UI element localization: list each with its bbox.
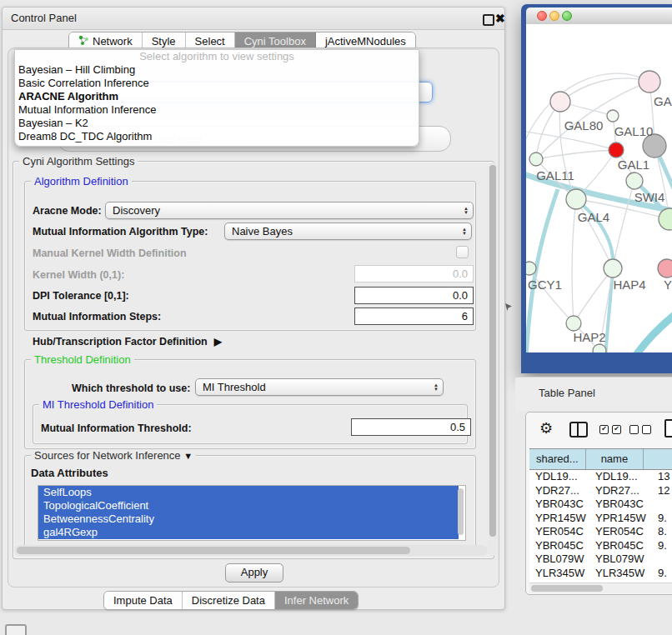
mi-steps-field[interactable]: 6 [354, 308, 474, 325]
algorithm-popup-header: Select algorithm to view settings [15, 50, 419, 63]
table-row[interactable]: YBR045CYBR045C9. [529, 539, 672, 553]
tab-impute-data[interactable]: Impute Data [104, 592, 183, 609]
close-icon[interactable]: ✖ [495, 10, 505, 27]
table-column-header[interactable]: shared... [529, 449, 586, 469]
table-row[interactable]: YLR345WYLR345W9. [529, 567, 672, 581]
node-label: HAP4 [613, 278, 645, 292]
table-row[interactable]: YER054CYER054C8. [529, 525, 672, 539]
attribute-item[interactable]: TopologicalCoefficient [38, 499, 459, 512]
hub-section-label: Hub/Transcription Factor Definition [33, 336, 208, 348]
table-row[interactable]: YDL19...YDL19...13 [529, 470, 672, 484]
expand-right-icon[interactable]: ▶ [214, 336, 222, 348]
node-label: GAL4 [578, 210, 609, 224]
node-label: GAL1 [618, 158, 649, 172]
mi-threshold-field[interactable]: 0.5 [351, 418, 471, 436]
tab-discretize-data[interactable]: Discretize Data [183, 592, 275, 609]
network-node[interactable] [639, 71, 660, 92]
network-node[interactable] [607, 110, 619, 122]
tab-label: Impute Data [113, 594, 173, 607]
settings-horizontal-scrollbar-thumb[interactable] [17, 547, 410, 554]
attribute-item[interactable]: BetweennessCentrality [38, 512, 459, 526]
apply-button[interactable]: Apply [225, 563, 283, 582]
mi-threshold-label: Mutual Information Threshold: [41, 422, 192, 434]
network-canvas[interactable]: GALGAL80GAL10GAL1GAL11SWI4GAL4GCY1HAP4YH… [526, 24, 672, 352]
network-edge [536, 150, 616, 159]
settings-vertical-scrollbar-thumb[interactable] [489, 165, 496, 537]
aracne-mode-combobox[interactable]: Discovery [105, 202, 474, 219]
table-row[interactable]: YBL079WYBL079W [529, 552, 672, 567]
float-window-icon[interactable] [483, 14, 494, 26]
algorithm-option[interactable]: Bayesian – Hill Climbing [15, 63, 419, 77]
minimized-panel-icon[interactable] [5, 624, 27, 635]
network-node[interactable] [526, 262, 536, 275]
network-node[interactable] [626, 172, 643, 189]
checked-box-icon: ✔ [599, 425, 609, 434]
algorithm-option[interactable]: Mutual Information Inference [15, 103, 419, 117]
algorithm-option[interactable]: Dream8 DC_TDC Algorithm [15, 130, 419, 143]
attribute-item[interactable]: gal4RGexp [38, 526, 459, 539]
table-row[interactable]: YPR145WYPR145W9. [529, 512, 672, 526]
table-cell: YLR345W [591, 567, 654, 581]
settings-vertical-scrollbar[interactable] [488, 162, 498, 556]
which-threshold-combobox[interactable]: MI Threshold [195, 378, 444, 396]
network-node[interactable] [658, 259, 672, 278]
table-cell: YPR145W [591, 512, 654, 526]
table-cell: YER054C [591, 525, 654, 539]
kernel-width-label: Kernel Width (0,1): [33, 269, 124, 281]
table-cell: YBR043C [529, 498, 591, 512]
network-edge [572, 199, 576, 323]
select-all-columns-icon[interactable]: ✔ ✔ [599, 425, 621, 434]
network-node[interactable] [566, 189, 586, 209]
aracne-mode-label: Aracne Mode: [33, 205, 102, 217]
network-node[interactable] [529, 152, 543, 166]
node-label: Y [664, 278, 672, 292]
table-row[interactable]: YDR27...YDR27...12 [529, 484, 672, 498]
deselect-all-columns-icon[interactable] [629, 425, 651, 434]
table-cell: YBR045C [529, 539, 591, 553]
control-panel-titlebar[interactable]: Control Panel ✖ [3, 8, 504, 30]
attribute-list-scrollbar[interactable] [458, 488, 464, 535]
attribute-item[interactable]: SelfLoops [38, 486, 459, 499]
network-node[interactable] [604, 259, 622, 278]
unchecked-box-icon [629, 425, 639, 434]
sources-group-title[interactable]: Sources for Network Inference ▼ [31, 449, 196, 462]
network-node[interactable] [550, 92, 570, 112]
settings-group-title: Cyni Algorithm Settings [19, 155, 138, 168]
expand-down-icon[interactable]: ▼ [183, 451, 193, 461]
table-row[interactable]: YBR043CYBR043C [529, 498, 672, 512]
table-column-header[interactable]: name [586, 449, 644, 469]
gear-icon[interactable]: ⚙ [539, 419, 553, 438]
table-mode-icon[interactable] [664, 419, 672, 438]
network-node[interactable] [593, 344, 606, 352]
settings-horizontal-scrollbar[interactable] [14, 545, 488, 556]
table-cell: YBR045C [591, 539, 654, 553]
network-window-titlebar[interactable] [526, 8, 672, 25]
data-attributes-list[interactable]: SelfLoopsTopologicalCoefficientBetweenne… [38, 485, 466, 541]
close-traffic-light[interactable] [537, 11, 547, 21]
table-panel-titlebar: Table Panel [515, 377, 672, 411]
network-node[interactable] [609, 142, 624, 158]
algorithm-option[interactable]: Bayesian – K2 [15, 117, 419, 130]
manual-kernel-width-checkbox[interactable] [456, 246, 469, 258]
zoom-traffic-light[interactable] [562, 11, 572, 21]
table-horizontal-scrollbar[interactable] [529, 582, 672, 593]
table-cell [654, 498, 672, 512]
kernel-width-field[interactable]: 0.0 [354, 265, 474, 282]
hub-transcription-factor-section[interactable]: Hub/Transcription Factor Definition ▶ [33, 336, 222, 348]
table-column-header[interactable] [644, 449, 672, 469]
network-node[interactable] [659, 208, 672, 230]
algorithm-option[interactable]: Basic Correlation Inference [15, 77, 419, 90]
combo-spinner-icon [459, 202, 473, 218]
mi-algorithm-type-combobox[interactable]: Naive Bayes [224, 222, 472, 240]
table-horizontal-scrollbar-thumb[interactable] [531, 585, 603, 592]
tab-infer-network[interactable]: Infer Network [275, 592, 358, 609]
dpi-tolerance-field[interactable]: 0.0 [354, 287, 474, 304]
control-panel-title: Control Panel [11, 8, 77, 29]
columns-icon[interactable] [569, 422, 588, 438]
manual-kernel-width-label: Manual Kernel Width Definition [33, 248, 187, 259]
network-node[interactable] [566, 316, 581, 331]
algorithm-option[interactable]: ARACNE Algorithm [15, 90, 419, 103]
table-cell: YDL19... [529, 470, 591, 484]
mi-algorithm-type-label: Mutual Information Algorithm Type: [33, 226, 208, 238]
minimize-traffic-light[interactable] [549, 11, 559, 21]
